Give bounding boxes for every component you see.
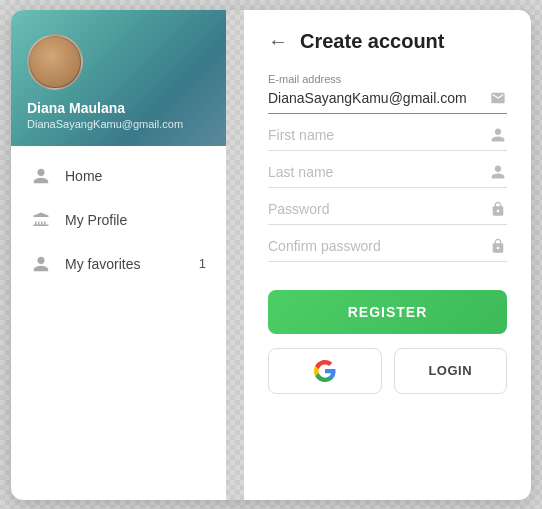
auth-buttons: LOGIN <box>268 348 507 394</box>
firstname-group <box>268 126 507 151</box>
email-label: E-mail address <box>268 73 507 85</box>
profile-name: Diana Maulana <box>27 100 125 116</box>
sidebar-item-favorites[interactable]: My favorites 1 <box>11 242 226 286</box>
google-signin-button[interactable] <box>268 348 382 394</box>
confirm-lock-icon <box>489 237 507 255</box>
lastname-icon <box>489 163 507 181</box>
profile-label: My Profile <box>65 212 206 228</box>
email-input[interactable] <box>268 90 489 106</box>
confirm-password-group <box>268 237 507 262</box>
lastname-input-wrapper <box>268 163 507 188</box>
password-group <box>268 200 507 225</box>
sidebar-item-home[interactable]: Home <box>11 154 226 198</box>
firstname-icon <box>489 126 507 144</box>
avatar <box>27 34 83 90</box>
sidebar-item-profile[interactable]: My Profile <box>11 198 226 242</box>
password-input[interactable] <box>268 201 489 217</box>
email-icon <box>489 89 507 107</box>
profile-icon <box>31 210 51 230</box>
back-button[interactable]: ← <box>268 30 288 53</box>
person-icon <box>31 166 51 186</box>
confirm-password-input[interactable] <box>268 238 489 254</box>
panel-header: ← Create account <box>268 30 507 53</box>
lock-icon <box>489 200 507 218</box>
panel-title: Create account <box>300 30 445 53</box>
password-input-wrapper <box>268 200 507 225</box>
lastname-input[interactable] <box>268 164 489 180</box>
favorites-icon <box>31 254 51 274</box>
firstname-input[interactable] <box>268 127 489 143</box>
home-label: Home <box>65 168 206 184</box>
nav-menu: Home My Profile My favorites <box>11 146 226 500</box>
profile-header: Diana Maulana DianaSayangKamu@gmail.com <box>11 10 226 146</box>
login-button[interactable]: LOGIN <box>394 348 508 394</box>
register-button[interactable]: REGISTER <box>268 290 507 334</box>
panel-gap <box>226 10 244 500</box>
lastname-group <box>268 163 507 188</box>
favorites-label: My favorites <box>65 256 185 272</box>
left-panel: Diana Maulana DianaSayangKamu@gmail.com … <box>11 10 226 500</box>
google-icon <box>313 359 337 383</box>
right-panel: ← Create account E-mail address <box>244 10 531 500</box>
confirm-password-input-wrapper <box>268 237 507 262</box>
firstname-input-wrapper <box>268 126 507 151</box>
profile-email: DianaSayangKamu@gmail.com <box>27 118 183 130</box>
email-group: E-mail address <box>268 73 507 114</box>
email-input-wrapper <box>268 89 507 114</box>
favorites-badge: 1 <box>199 256 206 271</box>
